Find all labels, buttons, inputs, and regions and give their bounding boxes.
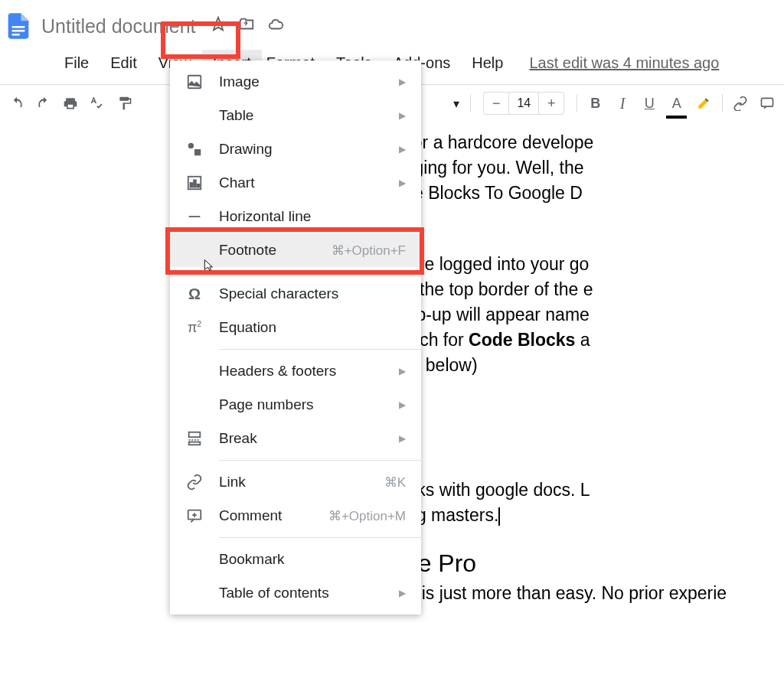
docs-logo-icon[interactable] — [0, 5, 37, 47]
italic-button[interactable]: I — [610, 90, 634, 117]
dropdown-shortcut: ⌘+Option+F — [332, 243, 406, 259]
submenu-arrow-icon: ▶ — [399, 77, 406, 87]
font-size-decrease[interactable]: − — [484, 96, 508, 112]
title-bar: Untitled document — [0, 0, 784, 47]
dropdown-item-label: Special characters — [219, 285, 406, 302]
dropdown-separator — [219, 272, 421, 272]
zoom-dropdown[interactable]: ▾ — [449, 96, 464, 111]
svg-rect-0 — [12, 26, 25, 28]
dropdown-item-label: Link — [219, 474, 384, 491]
svg-point-8 — [188, 143, 194, 148]
insert-link-button[interactable] — [728, 90, 752, 117]
blank-icon — [185, 550, 204, 569]
dropdown-item-chart[interactable]: Chart▶ — [170, 166, 421, 200]
undo-button[interactable] — [5, 90, 28, 117]
insert-dropdown: Image▶Table▶Drawing▶Chart▶Horizontal lin… — [170, 60, 421, 614]
menu-help[interactable]: Help — [461, 50, 514, 77]
svg-rect-13 — [198, 184, 200, 187]
dropdown-item-break[interactable]: Break▶ — [170, 422, 421, 455]
menu-edit[interactable]: Edit — [100, 50, 147, 77]
comment-icon — [185, 507, 204, 525]
font-size-value[interactable]: 14 — [508, 93, 539, 114]
star-icon[interactable] — [210, 16, 227, 36]
blank-icon — [185, 584, 204, 602]
dropdown-item-table[interactable]: Table▶ — [170, 99, 421, 132]
dropdown-item-label: Footnote — [219, 242, 332, 259]
dropdown-item-label: Table of contents — [219, 585, 393, 601]
insert-comment-button[interactable] — [756, 90, 779, 117]
text-color-button[interactable]: A — [665, 90, 688, 117]
dropdown-separator — [219, 537, 421, 538]
submenu-arrow-icon: ▶ — [399, 588, 406, 598]
dropdown-item-label: Drawing — [219, 141, 393, 158]
dropdown-separator — [219, 349, 421, 350]
svg-rect-2 — [12, 34, 20, 36]
submenu-arrow-icon: ▶ — [399, 399, 406, 410]
dropdown-item-table-of-contents[interactable]: Table of contents▶ — [170, 576, 421, 610]
dropdown-item-equation[interactable]: π2Equation — [170, 311, 421, 344]
highlight-button[interactable] — [691, 90, 715, 117]
dropdown-item-label: Page numbers — [219, 396, 393, 413]
hline-icon — [185, 207, 204, 226]
last-edit-link[interactable]: Last edit was 4 minutes ago — [529, 54, 719, 72]
dropdown-item-headers-footers[interactable]: Headers & footers▶ — [170, 354, 421, 388]
dropdown-item-label: Equation — [219, 319, 406, 336]
pi-icon: π2 — [185, 318, 204, 337]
link-icon — [185, 473, 204, 491]
bold-button[interactable]: B — [583, 90, 607, 117]
dropdown-separator — [219, 460, 421, 461]
svg-rect-17 — [189, 442, 201, 445]
dropdown-item-link[interactable]: Link⌘K — [170, 465, 421, 499]
dropdown-item-label: Break — [219, 430, 393, 447]
redo-button[interactable] — [31, 90, 55, 117]
submenu-arrow-icon: ▶ — [399, 110, 406, 121]
dropdown-item-label: Bookmark — [219, 551, 406, 568]
dropdown-item-label: Table — [219, 107, 393, 124]
svg-rect-1 — [12, 30, 25, 32]
move-icon[interactable] — [237, 16, 256, 36]
underline-button[interactable]: U — [638, 90, 662, 117]
dropdown-shortcut: ⌘K — [384, 474, 406, 491]
blank-icon — [185, 106, 204, 125]
svg-rect-11 — [191, 183, 193, 187]
dropdown-item-horizontal-line[interactable]: Horizontal line — [170, 200, 421, 233]
dropdown-item-comment[interactable]: Comment⌘+Option+M — [170, 499, 421, 533]
image-icon — [185, 73, 204, 91]
submenu-arrow-icon: ▶ — [399, 144, 406, 155]
dropdown-shortcut: ⌘+Option+M — [328, 508, 406, 524]
dropdown-item-label: Comment — [219, 507, 328, 524]
cloud-icon[interactable] — [266, 16, 285, 36]
document-title[interactable]: Untitled document — [37, 15, 201, 37]
dropdown-item-bookmark[interactable]: Bookmark — [170, 543, 421, 576]
submenu-arrow-icon: ▶ — [399, 366, 406, 376]
print-button[interactable] — [59, 90, 83, 117]
svg-rect-12 — [194, 180, 196, 187]
paint-format-button[interactable] — [113, 90, 136, 117]
cursor-pointer-icon — [199, 256, 216, 278]
dropdown-item-drawing[interactable]: Drawing▶ — [170, 132, 421, 166]
drawing-icon — [185, 140, 204, 158]
dropdown-item-label: Headers & footers — [219, 363, 393, 380]
svg-rect-3 — [762, 98, 773, 106]
dropdown-item-image[interactable]: Image▶ — [170, 65, 421, 99]
menu-file[interactable]: File — [54, 50, 100, 77]
submenu-arrow-icon: ▶ — [399, 433, 406, 444]
font-size-control: − 14 + — [483, 92, 564, 115]
svg-rect-15 — [189, 432, 201, 437]
dropdown-item-page-numbers[interactable]: Page numbers▶ — [170, 388, 421, 422]
spellcheck-button[interactable] — [86, 90, 109, 117]
dropdown-item-label: Chart — [219, 174, 393, 191]
svg-rect-9 — [194, 149, 201, 155]
blank-icon — [185, 396, 204, 414]
dropdown-item-label: Horizontal line — [219, 208, 406, 225]
omega-icon: Ω — [185, 285, 204, 303]
blank-icon — [185, 362, 204, 380]
chart-icon — [185, 174, 204, 192]
submenu-arrow-icon: ▶ — [399, 178, 406, 188]
dropdown-item-special-characters[interactable]: ΩSpecial characters — [170, 277, 421, 311]
dropdown-item-label: Image — [219, 73, 393, 90]
break-icon — [185, 429, 204, 448]
text-cursor — [498, 507, 500, 526]
font-size-increase[interactable]: + — [539, 96, 564, 112]
